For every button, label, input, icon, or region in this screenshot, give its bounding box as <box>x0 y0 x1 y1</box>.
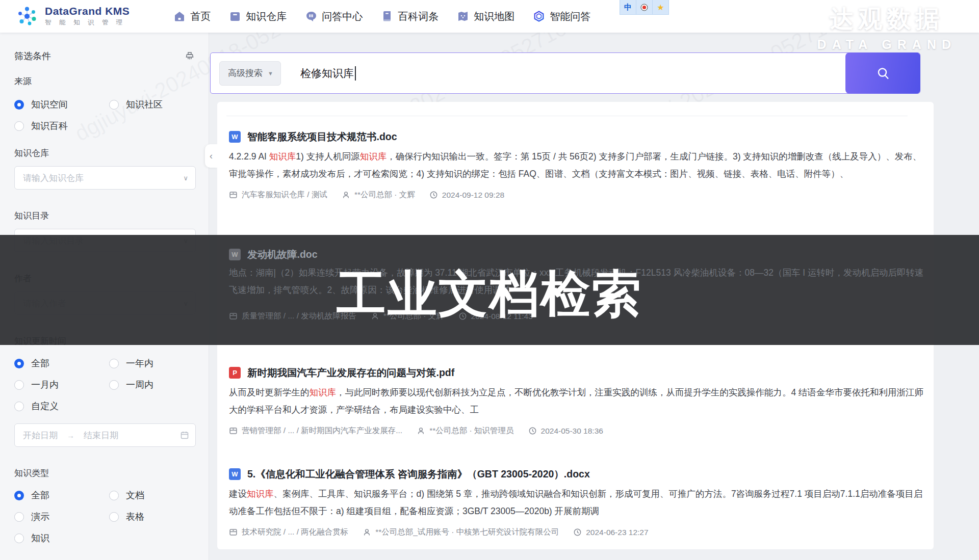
advanced-search-dropdown[interactable]: 高级搜索 ▼ <box>219 61 281 86</box>
meta-author-text: **公司总部 · 知识管理员 <box>429 425 513 436</box>
nav-item-label: 智能问答 <box>550 10 590 23</box>
highlighted-keyword: 知识库 <box>269 151 296 162</box>
overlay-title: 工业文档检索 <box>337 261 642 328</box>
nav-item-home[interactable]: 首页 <box>173 10 211 23</box>
book-icon <box>381 10 393 22</box>
start-date-placeholder: 开始日期 <box>23 430 58 441</box>
nav-item-smart-qa[interactable]: 智能问答 <box>533 10 590 23</box>
repo-label: 知识仓库 <box>14 147 209 159</box>
mini-toolbar: 中 ★ <box>620 0 669 15</box>
result-title[interactable]: 5.《信息化和工业化融合管理体系 咨询服务指南》（GBT 23005-2020）… <box>247 467 590 481</box>
result-title[interactable]: 发动机故障.doc <box>247 248 318 261</box>
datagrand-logo-icon <box>15 5 39 28</box>
radio-type-0[interactable]: 全部 <box>14 489 109 501</box>
nav-item-qa[interactable]: 问答中心 <box>305 10 363 23</box>
meta-path-text: 技术研究院 / ... / 两化融合贯标 <box>242 527 348 538</box>
brand-logo[interactable]: DataGrand KMS 智 能 知 识 管 理 <box>15 5 130 28</box>
radio-icon <box>14 534 24 543</box>
radio-type-1[interactable]: 文档 <box>109 489 196 501</box>
search-button[interactable] <box>845 52 920 94</box>
brand-subtitle: 智 能 知 识 管 理 <box>45 18 130 27</box>
snippet-text: 建设 <box>229 489 247 499</box>
radio-time-0[interactable]: 全部 <box>14 357 109 369</box>
text-cursor <box>355 66 356 81</box>
snippet-text: 从而及时更新学生的 <box>229 387 310 397</box>
result-title[interactable]: 智能客服系统项目技术规范书.doc <box>247 130 397 144</box>
collapse-sidebar-handle[interactable]: ‹ <box>205 144 217 168</box>
radio-icon <box>109 359 119 368</box>
meta-time: 2024-09-12 09:28 <box>429 191 504 200</box>
filter-title: 筛选条件 <box>14 50 51 62</box>
radio-type-2[interactable]: 演示 <box>14 511 109 523</box>
meta-time: 2024-05-30 18:36 <box>528 426 603 436</box>
radio-icon <box>109 491 119 500</box>
folder-icon <box>229 191 238 199</box>
qa-icon <box>305 10 317 22</box>
radio-source-0[interactable]: 知识空间 <box>14 98 109 111</box>
radio-icon <box>109 512 119 522</box>
type-label: 知识类型 <box>14 467 209 479</box>
nav-item-wiki[interactable]: 百科词条 <box>381 10 439 23</box>
translate-button[interactable]: 中 <box>620 0 636 14</box>
nav-item-label: 百科词条 <box>398 10 439 23</box>
result-meta: 汽车客服知识仓库 / 测试**公司总部 · 文辉2024-09-12 09:28 <box>229 190 930 200</box>
highlighted-keyword: 知识库 <box>310 387 337 397</box>
nav-item-label: 知识仓库 <box>246 10 287 23</box>
end-date-placeholder: 结束日期 <box>84 430 118 441</box>
nav-item-repo[interactable]: 知识仓库 <box>229 10 287 23</box>
map-icon <box>457 10 469 22</box>
radio-time-4[interactable]: 自定义 <box>14 400 109 412</box>
radio-time-3[interactable]: 一周内 <box>109 379 196 391</box>
result-title[interactable]: 新时期我国汽车产业发展存在的问题与对策.pdf <box>247 366 454 380</box>
folder-icon <box>229 528 238 537</box>
search-input[interactable]: 检修知识库 <box>300 66 356 81</box>
content-stage: 筛选条件 来源 知识空间知识社区知识百科 知识仓库 请输入知识仓库 ∨ 知识目录… <box>0 33 979 560</box>
radio-source-1[interactable]: 知识社区 <box>109 98 196 111</box>
favorite-star-icon[interactable]: ★ <box>653 0 668 14</box>
pdf-file-icon: P <box>229 367 241 379</box>
repo-select[interactable]: 请输入知识仓库 ∨ <box>14 166 196 190</box>
arrow-right-icon: → <box>67 431 74 440</box>
nav-item-map[interactable]: 知识地图 <box>457 10 514 23</box>
meta-time-text: 2024-05-30 18:36 <box>541 426 603 436</box>
radio-label: 自定义 <box>31 400 59 412</box>
word-file-icon: W <box>229 468 241 480</box>
date-range-picker[interactable]: 开始日期 → 结束日期 <box>14 423 196 447</box>
highlighted-keyword: 知识库 <box>360 151 387 162</box>
meta-path: 营销管理部 / ... / 新时期国内汽车产业发展存... <box>229 425 402 436</box>
main-nav: 首页知识仓库问答中心百科词条知识地图智能问答 <box>173 10 590 23</box>
brand-name: DataGrand KMS <box>45 6 130 17</box>
radio-time-2[interactable]: 一月内 <box>14 379 109 391</box>
clear-filter-icon[interactable] <box>184 50 195 62</box>
repo-icon <box>229 10 241 22</box>
record-icon[interactable] <box>636 0 653 14</box>
result-meta: 营销管理部 / ... / 新时期国内汽车产业发展存...**公司总部 · 知识… <box>229 425 930 436</box>
meta-path: 技术研究院 / ... / 两化融合贯标 <box>229 527 348 538</box>
radio-label: 知识 <box>31 532 49 544</box>
result-item: W智能客服系统项目技术规范书.doc4.2.2.9 AI 知识库1) 支持人机同… <box>229 129 930 200</box>
meta-author-text: **公司总部 · 文辉 <box>354 190 415 200</box>
radio-label: 知识空间 <box>31 98 68 111</box>
result-meta: 技术研究院 / ... / 两化融合贯标**公司总部_试用账号 · 中核第七研究… <box>229 527 930 538</box>
radio-label: 全部 <box>31 357 49 369</box>
radio-source-2[interactable]: 知识百科 <box>14 120 109 132</box>
radio-time-1[interactable]: 一年内 <box>109 357 196 369</box>
home-icon <box>173 10 186 22</box>
radio-type-3[interactable]: 表格 <box>109 511 196 523</box>
update-time-radio-group: 全部一年内一月内一周内自定义 <box>14 357 209 412</box>
meta-time-text: 2024-09-12 09:28 <box>442 191 504 200</box>
search-bar: 高级搜索 ▼ 检修知识库 <box>210 52 920 94</box>
radio-icon <box>14 121 24 131</box>
result-snippet: 建设知识库、案例库、工具库、知识服务平台；d) 围绕第 5 章，推动跨领域知识融… <box>229 486 930 520</box>
clock-icon <box>528 426 537 435</box>
radio-icon <box>14 380 24 390</box>
person-icon <box>363 528 371 537</box>
radio-type-4[interactable]: 知识 <box>14 532 109 544</box>
radio-icon <box>14 512 24 522</box>
clock-icon <box>573 528 582 537</box>
radio-label: 一周内 <box>126 379 153 391</box>
calendar-icon <box>180 431 189 440</box>
nav-item-label: 首页 <box>190 10 211 23</box>
radio-label: 知识百科 <box>31 120 68 132</box>
dark-overlay-band: W发动机故障.doc地点：湖南|（2）如果连续开起劳力设备，故障期为 37.11… <box>0 235 979 345</box>
